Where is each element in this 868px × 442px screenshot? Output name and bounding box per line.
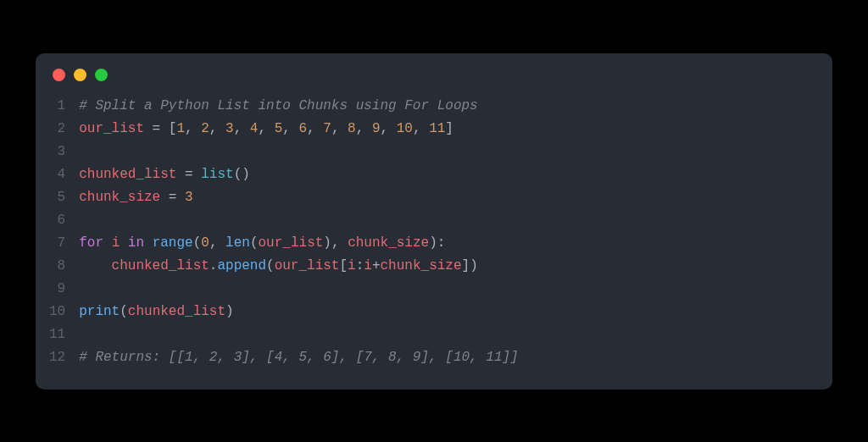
line-number: 1 [49,95,65,118]
code-token: for [79,235,103,251]
code-token: , [356,121,372,136]
code-token: , [413,121,429,136]
code-token: = [176,167,201,182]
code-token: 9 [372,121,381,136]
minimize-icon[interactable] [74,69,86,81]
code-token: chunk_size [381,258,462,273]
code-token: 6 [298,121,307,136]
code-token: 2 [201,121,209,136]
code-token: , [307,121,323,136]
code-line: # Split a Python List into Chunks using … [79,95,518,118]
code-token: list [201,167,233,182]
code-token: our_list [79,121,144,136]
code-token: ]) [462,258,478,273]
code-token [144,235,153,251]
line-number: 12 [49,346,65,369]
code-token: ] [445,121,453,136]
code-token: chunk_size [79,190,160,205]
line-number: 3 [49,141,65,163]
code-token: i [364,258,372,273]
code-token: 11 [429,121,445,136]
code-line: chunk_size = 3 [79,186,518,209]
code-token: ( [193,235,202,251]
code-token: ): [429,235,445,251]
line-number: 11 [49,323,65,346]
code-token: ) [225,304,234,319]
code-content: # Split a Python List into Chunks using … [79,95,518,369]
code-token: 5 [275,121,283,136]
line-number: 6 [49,209,65,232]
code-token: range [153,235,193,251]
code-token: append [217,258,266,273]
code-token: our_list [275,258,340,273]
code-token: len [225,235,250,251]
code-line: # Returns: [[1, 2, 3], [4, 5, 6], [7, 8,… [79,346,518,369]
code-token: i [348,258,356,273]
code-line [79,278,518,301]
code-token: , [234,121,250,136]
line-number: 9 [49,278,65,301]
code-token: 8 [348,121,356,136]
line-number: 7 [49,232,65,255]
code-token: = [ [144,121,176,136]
code-token: [ [339,258,348,273]
code-token: () [234,167,250,182]
code-token: 10 [397,121,413,136]
code-token: 7 [323,121,331,136]
code-token: , [258,121,274,136]
line-number: 2 [49,118,65,141]
code-token: ( [250,235,259,251]
code-token: + [372,258,381,273]
code-token: , [185,121,201,136]
code-token [120,235,128,251]
code-token: . [209,258,218,273]
code-token: , [331,121,348,136]
code-line: for i in range(0, len(our_list), chunk_s… [79,232,518,255]
maximize-icon[interactable] [95,69,108,81]
code-line: our_list = [1, 2, 3, 4, 5, 6, 7, 8, 9, 1… [79,118,518,141]
code-token: i [112,235,120,251]
code-token: chunked_list [112,258,209,273]
code-token: chunked_list [79,167,176,182]
code-line: chunked_list.append(our_list[i:i+chunk_s… [79,255,518,278]
code-line: chunked_list = list() [79,163,518,186]
code-line: print(chunked_list) [79,301,518,323]
code-token: 0 [201,235,209,251]
code-line [79,323,518,346]
window-titlebar [36,69,832,95]
code-token: , [282,121,298,136]
code-area: 123456789101112 # Split a Python List in… [36,95,832,369]
code-window: 123456789101112 # Split a Python List in… [36,53,832,390]
code-token: 1 [176,121,185,136]
code-token: print [79,304,120,319]
code-token: # Split a Python List into Chunks using … [79,98,477,113]
line-number: 5 [49,186,65,209]
line-number-gutter: 123456789101112 [49,95,79,369]
code-token: in [128,235,144,251]
close-icon[interactable] [53,69,65,81]
code-token: ), [323,235,348,251]
code-token: our_list [259,235,324,251]
code-token: , [381,121,397,136]
code-token [79,258,111,273]
code-token [103,235,112,251]
code-token: ( [266,258,275,273]
line-number: 10 [49,301,65,323]
code-token: ( [120,304,128,319]
code-token: # Returns: [[1, 2, 3], [4, 5, 6], [7, 8,… [79,350,518,365]
code-token: chunk_size [348,235,429,251]
code-token: , [209,121,225,136]
code-token: 3 [185,190,193,205]
line-number: 4 [49,163,65,186]
code-token: chunked_list [128,304,225,319]
code-token: : [356,258,364,273]
code-token: = [160,190,185,205]
code-token: 3 [225,121,234,136]
code-line [79,209,518,232]
code-line [79,141,518,163]
line-number: 8 [49,255,65,278]
code-token: , [209,235,225,251]
